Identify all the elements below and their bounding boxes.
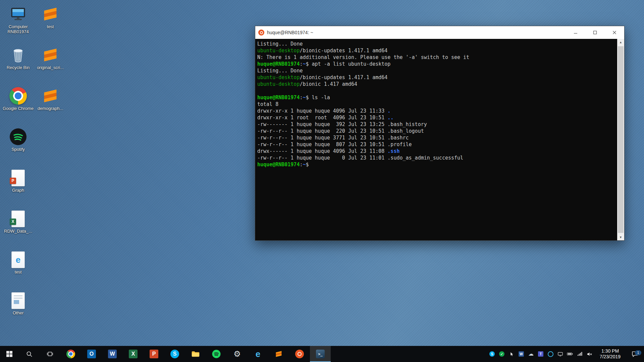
window-title: huque@RNB01974: ~ [267,30,313,35]
taskbar-skype[interactable]: S [164,346,185,362]
start-button[interactable] [0,346,19,362]
terminal-line: huque@RNB01974:~$ [257,161,617,168]
tray-teams[interactable]: T [537,346,544,362]
tray-word[interactable]: W [518,346,525,362]
notification-badge: 1 [635,350,641,355]
chrome-icon [9,85,27,105]
tray-display[interactable] [556,346,564,362]
close-icon [612,31,616,35]
terminal-line: huque@RNB01974:~$ ls -la [257,94,617,101]
terminal-line: total 8 [257,101,617,108]
scrollbar-track[interactable] [617,45,624,234]
desktop-icon-label: Spotify [11,147,25,152]
taskbar-chrome[interactable] [60,346,81,362]
tray-network[interactable] [576,346,583,362]
taskbar-ubuntu[interactable] [289,346,310,362]
task-view-button[interactable] [40,346,60,362]
ubuntu-icon [258,29,264,36]
teams-tray-icon: T [538,351,543,357]
terminal-line: drwxr-xr-x 1 huque huque 4096 Jul 23 11:… [257,108,617,114]
terminal-line: ubuntu-desktop/bionic-updates 1.417.1 am… [257,47,617,54]
desktop-icon-test-document[interactable]: e test [2,249,34,290]
desktop-icon-label: demograph... [38,106,63,111]
desktop-icon-label: RDW_Data_... [4,229,32,234]
terminal-line: Listing... Done [257,67,617,74]
terminal-scrollbar[interactable]: ▲ ▼ [617,39,624,240]
display-icon [557,351,563,357]
terminal-line: -rw-r--r-- 1 huque huque 220 Jul 23 10:5… [257,128,617,134]
file-explorer-icon [191,350,200,358]
outlook-icon: O [87,350,96,358]
terminal-line: drwxr-xr-x 1 root root 4096 Jul 23 10:51… [257,114,617,121]
terminal-line: -rw-r--r-- 1 huque huque 0 Jul 23 11:01 … [257,155,617,161]
taskbar-internet-explorer[interactable]: e [248,346,268,362]
taskbar-settings[interactable]: ⚙ [227,346,248,362]
taskbar-spotify[interactable] [206,346,227,362]
desktop-icon-recycle-bin[interactable]: Recycle Bin [2,44,34,85]
scroll-down-icon[interactable]: ▼ [617,234,624,240]
skype-tray-icon: S [489,351,495,357]
spotify-icon [212,350,221,358]
desktop-icon-graph[interactable]: P Graph [2,167,34,208]
word-icon: W [108,350,117,358]
terminal-titlebar[interactable]: huque@RNB01974: ~ [255,26,624,39]
desktop-icon-test-sublime[interactable]: test [34,3,66,44]
tray-onedrive[interactable]: ☁ [527,346,535,362]
close-button[interactable] [605,26,624,39]
terminal-line [257,87,617,94]
taskbar-clock[interactable]: 1:30 PM 7/23/2019 [595,348,625,360]
tray-skype[interactable]: S [488,346,496,362]
tray-volume[interactable] [586,346,593,362]
minimize-button[interactable] [566,26,585,39]
terminal-line: ubuntu-desktop/bionic 1.417 amd64 [257,81,617,87]
maximize-icon [593,31,597,35]
desktop-surface[interactable]: Computer RNB01974 Recycle Bin Google Chr… [0,0,644,346]
clock-date: 7/23/2019 [595,354,625,360]
terminal-line: Listing... Done [257,41,617,47]
mouse-pointer-icon [509,352,514,357]
search-button[interactable] [19,346,40,362]
scrollbar-thumb[interactable] [618,46,624,233]
taskbar-excel[interactable]: X [123,346,144,362]
excel-letter: X [10,219,16,225]
word-tray-icon: W [519,351,524,357]
terminal-line: drwx------ 1 huque huque 4096 Jul 23 11:… [257,148,617,155]
volume-muted-icon [587,351,592,357]
maximize-button[interactable] [585,26,605,39]
terminal-window: huque@RNB01974: ~ [255,26,625,241]
desktop-icon-original-script[interactable]: original_scri... [34,44,66,85]
terminal-line: -rw------- 1 huque huque 392 Jul 23 13:2… [257,121,617,128]
action-center-button[interactable]: 1 [627,350,643,358]
terminal-line: -rw-r--r-- 1 huque huque 807 Jul 23 10:5… [257,141,617,148]
scroll-up-icon[interactable]: ▲ [617,39,624,45]
taskbar-sublime-text[interactable] [268,346,289,362]
gear-icon: ⚙ [233,350,241,358]
terminal-line: ubuntu-desktop/bionic-updates 1.417.1 am… [257,74,617,81]
desktop-icon-label: original_scri... [37,65,64,70]
windows-desktop[interactable]: { "terminal": { "title": "huque@RNB01974… [0,0,644,362]
desktop-icon-computer[interactable]: Computer RNB01974 [2,3,34,44]
taskbar-word[interactable]: W [102,346,123,362]
internet-explorer-letter: e [12,252,24,268]
tray-battery[interactable] [566,346,574,362]
taskbar-outlook[interactable]: O [81,346,102,362]
desktop-icon-google-chrome[interactable]: Google Chrome [2,85,34,126]
taskbar-wsl-terminal-active[interactable]: >_ [310,346,331,362]
tray-security[interactable]: ✓ [498,346,505,362]
windows-logo-icon [6,351,12,357]
desktop-icon-rdw-data[interactable]: X RDW_Data_... [2,208,34,249]
internet-explorer-icon: e [256,350,260,358]
powerpoint-letter: P [10,178,16,184]
terminal-output[interactable]: Listing... Doneubuntu-desktop/bionic-upd… [255,39,617,240]
desktop-icon-other[interactable]: Other [2,290,34,330]
computer-icon [9,3,27,23]
taskbar-powerpoint[interactable]: P [144,346,164,362]
cortana-ring-icon [548,351,553,357]
tray-pointer[interactable] [508,346,515,362]
taskbar-file-explorer[interactable] [185,346,206,362]
tray-cortana[interactable] [547,346,554,362]
desktop-icon-demograph[interactable]: demograph... [34,85,66,126]
spotify-icon [9,126,27,145]
onedrive-cloud-icon: ☁ [528,351,534,357]
desktop-icon-spotify[interactable]: Spotify [2,126,34,167]
